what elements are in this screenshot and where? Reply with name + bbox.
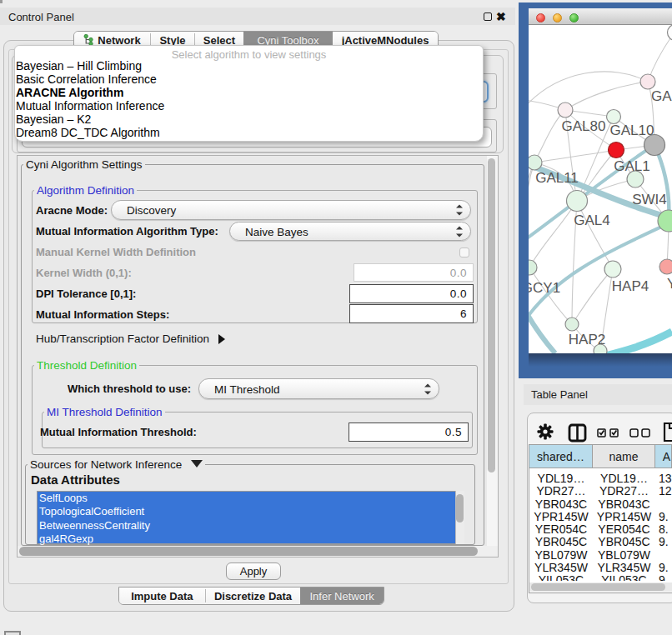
svg-text:GAL11: GAL11 <box>535 170 579 186</box>
svg-text:GAL4: GAL4 <box>574 212 609 228</box>
svg-text:GCY1: GCY1 <box>529 280 560 296</box>
svg-text:GAL80: GAL80 <box>562 118 606 134</box>
svg-text:GAL1: GAL1 <box>614 158 649 174</box>
svg-text:HAP2: HAP2 <box>569 332 605 348</box>
svg-text:HAP4: HAP4 <box>612 278 649 294</box>
svg-text:GAL10: GAL10 <box>610 122 654 138</box>
svg-text:GAL: GAL <box>651 88 672 104</box>
svg-text:Y: Y <box>667 276 672 292</box>
svg-text:SWI4: SWI4 <box>632 192 667 208</box>
